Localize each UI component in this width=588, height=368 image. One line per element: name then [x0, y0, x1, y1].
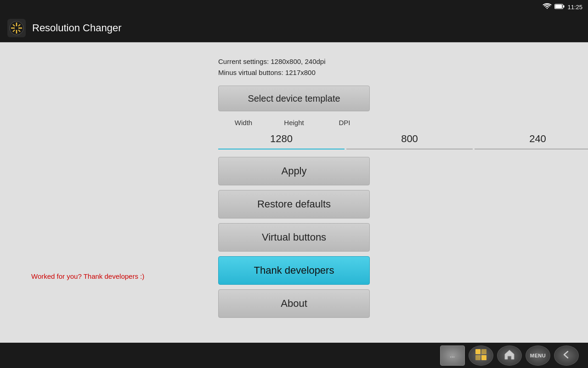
wifi-icon — [543, 3, 552, 11]
nav-home-button[interactable] — [469, 345, 493, 366]
svg-rect-12 — [475, 349, 481, 354]
nav-back-button[interactable] — [554, 345, 579, 366]
status-bar: 11:25 — [0, 0, 588, 14]
svg-rect-15 — [481, 355, 486, 360]
app-title: Resolution Changer — [32, 22, 121, 34]
width-label: Width — [218, 119, 269, 126]
side-promo-text: Worked for you? Thank developers :) — [31, 272, 144, 280]
about-button[interactable]: About — [218, 289, 370, 318]
inputs-row — [218, 129, 370, 150]
back-icon — [560, 349, 572, 362]
nav-crosshair-icon — [475, 349, 487, 362]
current-settings-line1: Current settings: 1280x800, 240dpi — [218, 56, 370, 67]
thank-developers-button[interactable]: Thank developers — [218, 256, 370, 285]
apply-button[interactable]: Apply — [218, 157, 370, 185]
info-section: Current settings: 1280x800, 240dpi Minus… — [218, 56, 370, 78]
select-template-button[interactable]: Select device template — [218, 86, 370, 111]
main-content: Current settings: 1280x800, 240dpi Minus… — [0, 42, 588, 343]
fields-labels-row: Width Height DPI — [218, 119, 370, 126]
status-icons: 11:25 — [543, 3, 582, 11]
app-icon — [7, 19, 26, 37]
width-input[interactable] — [218, 129, 345, 150]
nav-dots-button[interactable]: ... — [440, 345, 465, 366]
title-bar: Resolution Changer — [0, 14, 588, 42]
svg-rect-1 — [563, 5, 565, 7]
nav-menu-button[interactable]: MENU — [526, 345, 550, 366]
current-settings-line2: Minus virtual buttons: 1217x800 — [218, 67, 370, 78]
height-label: Height — [269, 119, 319, 126]
virtual-buttons-button[interactable]: Virtual buttons — [218, 223, 370, 252]
dpi-input[interactable] — [475, 129, 588, 150]
svg-rect-13 — [481, 349, 486, 354]
nav-home2-button[interactable] — [497, 345, 522, 366]
nav-dots-label: ... — [450, 353, 455, 358]
svg-rect-2 — [555, 5, 562, 8]
nav-bar: ... MENU — [0, 343, 588, 368]
svg-rect-14 — [475, 355, 481, 360]
battery-icon — [554, 4, 565, 11]
home-icon — [503, 349, 515, 362]
restore-defaults-button[interactable]: Restore defaults — [218, 190, 370, 218]
dpi-label: DPI — [319, 119, 370, 126]
status-time: 11:25 — [567, 4, 582, 11]
nav-menu-label: MENU — [530, 353, 546, 358]
height-input[interactable] — [346, 129, 473, 150]
